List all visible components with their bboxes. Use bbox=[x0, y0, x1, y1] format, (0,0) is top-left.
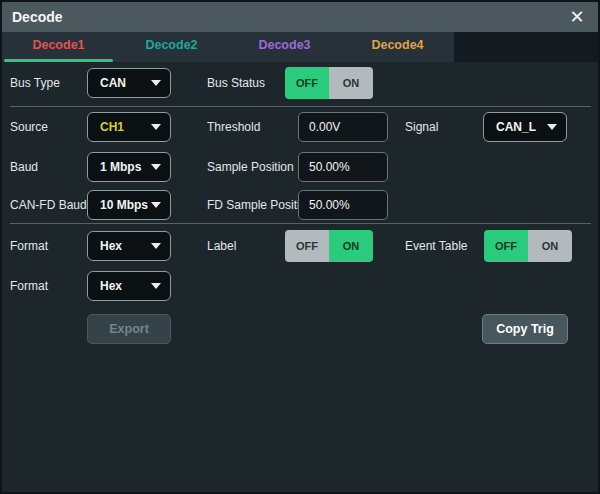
threshold-label: Threshold bbox=[207, 112, 260, 142]
tab-decode1[interactable]: Decode1 bbox=[2, 32, 115, 62]
label-on[interactable]: ON bbox=[329, 230, 373, 262]
chevron-down-icon bbox=[151, 202, 161, 208]
baud-value: 1 Mbps bbox=[100, 160, 141, 174]
active-tab-underline bbox=[4, 59, 113, 62]
source-value: CH1 bbox=[100, 120, 124, 134]
format-dropdown[interactable]: Hex bbox=[87, 231, 171, 261]
sample-position-input[interactable]: 50.00% bbox=[298, 152, 388, 182]
event-table-off[interactable]: OFF bbox=[484, 230, 528, 262]
export-button[interactable]: Export bbox=[87, 314, 171, 344]
format-value: Hex bbox=[100, 239, 122, 253]
canfd-baud-label: CAN-FD Baud bbox=[10, 190, 87, 220]
label-toggle[interactable]: OFF ON bbox=[285, 230, 373, 262]
close-icon[interactable]: ✕ bbox=[564, 4, 590, 30]
tab-decode3-label: Decode3 bbox=[258, 38, 310, 52]
signal-value: CAN_L bbox=[496, 120, 536, 134]
bus-type-dropdown[interactable]: CAN bbox=[87, 68, 171, 98]
event-table-on[interactable]: ON bbox=[528, 230, 572, 262]
title-bar: Decode bbox=[2, 2, 598, 32]
tab-strip: Decode1 Decode2 Decode3 Decode4 bbox=[2, 32, 598, 62]
copy-trig-button[interactable]: Copy Trig bbox=[482, 314, 568, 344]
bus-status-off[interactable]: OFF bbox=[285, 67, 329, 99]
canfd-baud-value: 10 Mbps bbox=[100, 198, 148, 212]
signal-dropdown[interactable]: CAN_L bbox=[483, 112, 567, 142]
bus-status-on[interactable]: ON bbox=[329, 67, 373, 99]
bus-status-label: Bus Status bbox=[207, 68, 265, 98]
chevron-down-icon bbox=[547, 124, 557, 130]
bus-type-label: Bus Type bbox=[10, 68, 60, 98]
baud-dropdown[interactable]: 1 Mbps bbox=[87, 152, 171, 182]
bus-status-toggle[interactable]: OFF ON bbox=[285, 67, 373, 99]
event-table-toggle[interactable]: OFF ON bbox=[484, 230, 572, 262]
tab-decode4-label: Decode4 bbox=[371, 38, 423, 52]
event-table-label: Event Table bbox=[405, 231, 468, 261]
sample-position-label: Sample Position bbox=[207, 152, 294, 182]
format2-value: Hex bbox=[100, 279, 122, 293]
chevron-down-icon bbox=[151, 80, 161, 86]
decode-dialog: Decode ✕ Decode1 Decode2 Decode3 Decode4… bbox=[0, 0, 600, 494]
source-label: Source bbox=[10, 112, 48, 142]
label-toggle-label: Label bbox=[207, 231, 236, 261]
threshold-input[interactable]: 0.00V bbox=[298, 112, 388, 142]
tab-decode3[interactable]: Decode3 bbox=[228, 32, 341, 62]
tab-decode2-label: Decode2 bbox=[145, 38, 197, 52]
format-label: Format bbox=[10, 231, 48, 261]
chevron-down-icon bbox=[151, 283, 161, 289]
signal-label: Signal bbox=[405, 112, 438, 142]
fd-sample-position-input[interactable]: 50.00% bbox=[298, 190, 388, 220]
section-divider bbox=[10, 106, 591, 107]
bus-type-value: CAN bbox=[100, 76, 126, 90]
tab-strip-filler bbox=[454, 32, 598, 62]
source-dropdown[interactable]: CH1 bbox=[87, 112, 171, 142]
label-off[interactable]: OFF bbox=[285, 230, 329, 262]
dialog-title: Decode bbox=[12, 9, 63, 25]
tab-decode1-label: Decode1 bbox=[32, 38, 84, 52]
canfd-baud-dropdown[interactable]: 10 Mbps bbox=[87, 190, 171, 220]
chevron-down-icon bbox=[151, 243, 161, 249]
chevron-down-icon bbox=[151, 124, 161, 130]
format2-dropdown[interactable]: Hex bbox=[87, 271, 171, 301]
baud-label: Baud bbox=[10, 152, 38, 182]
section-divider bbox=[10, 223, 591, 224]
tab-decode2[interactable]: Decode2 bbox=[115, 32, 228, 62]
tab-decode4[interactable]: Decode4 bbox=[341, 32, 454, 62]
format2-label: Format bbox=[10, 271, 48, 301]
chevron-down-icon bbox=[151, 164, 161, 170]
